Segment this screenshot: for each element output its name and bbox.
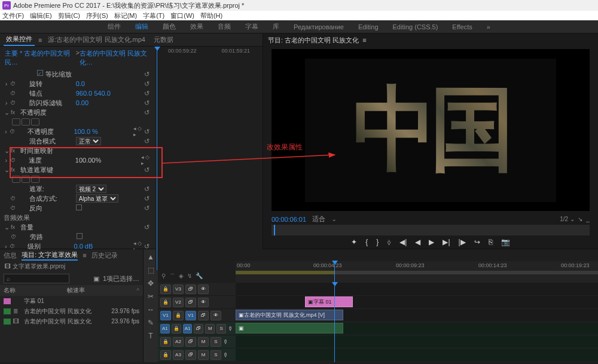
project-search-input[interactable] bbox=[4, 274, 69, 283]
workspace-tabs[interactable]: 组件 编辑 颜色 效果 音频 字幕 库 Редактирование Editi… bbox=[0, 20, 598, 33]
menu-clip[interactable]: 剪辑(C) bbox=[58, 11, 80, 20]
composite-select[interactable]: Alpha 遮罩 bbox=[76, 194, 118, 203]
tab-info[interactable]: 信息 bbox=[4, 251, 17, 260]
reset-icon[interactable]: ↺ bbox=[144, 80, 153, 88]
marker-icon[interactable]: ◈ bbox=[179, 273, 184, 281]
step-fwd-icon[interactable]: ▶| bbox=[443, 238, 450, 246]
reset-icon[interactable]: ↺ bbox=[144, 204, 153, 212]
rotation-value[interactable]: 0.0 bbox=[76, 80, 144, 87]
reset-icon[interactable]: ↺ bbox=[144, 137, 153, 145]
goto-out-icon[interactable]: |▶ bbox=[459, 238, 466, 246]
mic-icon[interactable]: 🎙 bbox=[223, 352, 228, 358]
zoom-fit[interactable]: 适合 bbox=[312, 215, 325, 224]
stopwatch-icon[interactable]: ⏱ bbox=[10, 157, 17, 163]
program-timecode[interactable]: 00:00:06:01 bbox=[271, 216, 306, 223]
ws-titles[interactable]: 字幕 bbox=[245, 22, 258, 31]
menu-file[interactable]: 文件(F) bbox=[2, 11, 24, 20]
stopwatch-icon[interactable]: ⏱ bbox=[10, 81, 17, 87]
menu-marker[interactable]: 标记(M) bbox=[114, 11, 138, 20]
play-icon[interactable]: ▶ bbox=[429, 238, 434, 246]
clip-subtitle[interactable]: ▣ 字幕 01 bbox=[305, 296, 353, 307]
project-item[interactable]: ≣古老的中国文明 民族文化23.976 fps bbox=[0, 306, 143, 316]
stopwatch-icon[interactable]: ⏱ bbox=[10, 243, 16, 249]
track-v3[interactable]: V3 bbox=[173, 285, 184, 294]
mute-button[interactable]: M bbox=[198, 337, 209, 347]
solo-button[interactable]: S bbox=[210, 350, 221, 360]
col-name[interactable]: 名称 bbox=[4, 286, 16, 295]
snap-icon[interactable]: ⚲ bbox=[161, 273, 166, 281]
track-a3[interactable]: A3 bbox=[173, 350, 184, 360]
project-item[interactable]: 字幕 01 bbox=[0, 296, 143, 306]
ws-editing[interactable]: 编辑 bbox=[135, 22, 148, 31]
mute-button[interactable]: M bbox=[205, 324, 215, 334]
reset-icon[interactable]: ↺ bbox=[144, 185, 153, 193]
link-icon[interactable]: ⌒ bbox=[169, 273, 175, 281]
uniform-scale-checkbox[interactable] bbox=[37, 70, 43, 76]
rect-mask-icon[interactable] bbox=[22, 176, 30, 183]
track-select-tool-icon[interactable]: ⬚ bbox=[148, 266, 154, 274]
opacity-value[interactable]: 100.0 % bbox=[74, 128, 133, 135]
pen-mask-icon[interactable] bbox=[31, 176, 39, 183]
track-a1[interactable]: A1 bbox=[183, 324, 193, 334]
reset-icon[interactable]: ↺ bbox=[144, 195, 153, 203]
pen-tool-icon[interactable]: ✎ bbox=[148, 319, 154, 327]
marker-icon[interactable]: ✦ bbox=[351, 238, 357, 246]
in-icon[interactable]: { bbox=[365, 238, 368, 246]
ellipse-mask-icon[interactable] bbox=[12, 176, 20, 183]
col-framerate[interactable]: 帧速率 bbox=[67, 286, 85, 295]
tab-history[interactable]: 历史记录 bbox=[91, 251, 118, 260]
stopwatch-icon[interactable]: ⏱ bbox=[10, 100, 17, 106]
ws-audio[interactable]: 音频 bbox=[218, 22, 231, 31]
track-lock-icon[interactable]: 🔒 bbox=[160, 298, 171, 307]
eye-icon[interactable]: 👁 bbox=[210, 311, 221, 320]
track-toggle-icon[interactable]: 🗗 bbox=[185, 350, 196, 360]
reset-icon[interactable]: ↺ bbox=[144, 90, 153, 97]
program-scrubber[interactable] bbox=[271, 225, 590, 235]
ws-assembly[interactable]: 组件 bbox=[108, 22, 121, 31]
bypass-checkbox[interactable] bbox=[77, 233, 83, 239]
reverse-checkbox[interactable] bbox=[76, 204, 82, 210]
timeline-content[interactable]: ▣ 字幕 01 ▣ 古老的中国文明 民族文化.mp4 [V] ▣ bbox=[236, 283, 598, 362]
ripple-tool-icon[interactable]: ✥ bbox=[148, 279, 154, 287]
menu-window[interactable]: 窗口(W) bbox=[170, 11, 194, 20]
track-v2[interactable]: V2 bbox=[173, 298, 184, 307]
track-lock-icon[interactable]: 🔒 bbox=[173, 311, 184, 320]
solo-button[interactable]: S bbox=[210, 337, 221, 347]
track-toggle-icon[interactable]: 🗗 bbox=[185, 298, 196, 307]
stopwatch-icon[interactable]: ⏱ bbox=[10, 129, 16, 134]
ws-editing-css[interactable]: Editing (CSS.5) bbox=[393, 23, 438, 30]
reset-icon[interactable]: ↺ bbox=[144, 128, 153, 136]
track-src-v1[interactable]: V1 bbox=[160, 311, 171, 320]
anchor-value[interactable]: 960.0 540.0 bbox=[76, 90, 144, 97]
track-lock-icon[interactable]: 🔒 bbox=[160, 350, 171, 360]
solo-button[interactable]: S bbox=[216, 324, 226, 334]
menu-edit[interactable]: 编辑(E) bbox=[30, 11, 52, 20]
ws-color[interactable]: 颜色 bbox=[163, 22, 176, 31]
track-lock-icon[interactable]: 🔒 bbox=[160, 337, 171, 347]
reset-icon[interactable]: ↺ bbox=[144, 109, 153, 117]
ws-effects-en[interactable]: Effects bbox=[452, 23, 472, 30]
ellipse-mask-icon[interactable] bbox=[12, 118, 20, 126]
tab-source[interactable]: 源:古老的中国文明 民族文化.mp4 bbox=[45, 34, 148, 45]
selection-tool-icon[interactable]: ▲ bbox=[147, 253, 154, 261]
menu-help[interactable]: 帮助(H) bbox=[200, 11, 222, 20]
track-src-a1[interactable]: A1 bbox=[160, 324, 170, 334]
clip-video[interactable]: ▣ 古老的中国文明 民族文化.mp4 [V] bbox=[236, 310, 343, 320]
goto-in-icon[interactable]: ◀| bbox=[399, 238, 407, 246]
matte-select[interactable]: 视频 2 bbox=[76, 185, 106, 193]
menu-bar[interactable]: 文件(F) 编辑(E) 剪辑(C) 序列(S) 标记(M) 字幕(T) 窗口(W… bbox=[0, 11, 598, 20]
track-lock-icon[interactable]: 🔒 bbox=[172, 324, 181, 334]
tab-metadata[interactable]: 元数据 bbox=[151, 34, 176, 45]
bin-icon[interactable]: ▣ bbox=[93, 275, 99, 283]
tab-project[interactable]: 项目: 文字遮罩效果 bbox=[22, 250, 78, 261]
type-tool-icon[interactable]: T bbox=[148, 332, 152, 340]
eye-icon[interactable]: 👁 bbox=[198, 285, 209, 294]
reset-icon[interactable]: ↺ bbox=[144, 166, 153, 174]
stopwatch-icon[interactable]: ⏱ bbox=[11, 234, 18, 240]
panel-menu-icon[interactable]: ≡ bbox=[362, 36, 366, 44]
out-icon[interactable]: } bbox=[376, 238, 379, 246]
mic-icon[interactable]: 🎙 bbox=[228, 326, 233, 332]
timeline-ruler[interactable]: 00:00 00:00:04:23 00:00:09:23 00:00:14:2… bbox=[236, 261, 598, 283]
speed-value[interactable]: 100.00% bbox=[75, 157, 141, 164]
eye-icon[interactable]: 👁 bbox=[198, 298, 209, 307]
